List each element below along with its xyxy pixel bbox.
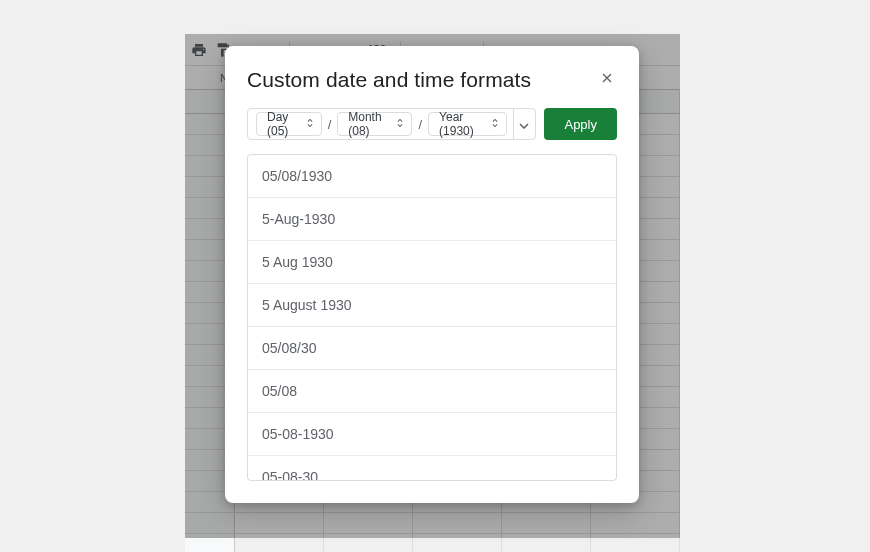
updown-icon bbox=[490, 117, 500, 131]
token-day[interactable]: Day (05) bbox=[256, 112, 322, 136]
format-preset-list[interactable]: 05/08/1930 5-Aug-1930 5 Aug 1930 5 Augus… bbox=[247, 154, 617, 481]
format-preset-item[interactable]: 5 Aug 1930 bbox=[248, 241, 616, 284]
format-preset-item[interactable]: 05/08 bbox=[248, 370, 616, 413]
custom-date-format-dialog: Custom date and time formats Day (05) / … bbox=[225, 46, 639, 503]
token-year-label: Year (1930) bbox=[439, 110, 486, 138]
format-preset-item[interactable]: 5 August 1930 bbox=[248, 284, 616, 327]
format-preset-item[interactable]: 05/08/1930 bbox=[248, 155, 616, 198]
updown-icon bbox=[395, 117, 405, 131]
format-preset-item[interactable]: 05/08/30 bbox=[248, 327, 616, 370]
spreadsheet-app: 100% ▾ $ % 0 .00 123▾ Default (Ar ▾ 10 ▾… bbox=[185, 34, 680, 538]
dialog-title: Custom date and time formats bbox=[247, 68, 531, 92]
format-preset-item[interactable]: 5-Aug-1930 bbox=[248, 198, 616, 241]
token-month[interactable]: Month (08) bbox=[337, 112, 412, 136]
token-year[interactable]: Year (1930) bbox=[428, 112, 507, 136]
chevron-down-icon bbox=[519, 115, 529, 133]
token-month-label: Month (08) bbox=[348, 110, 391, 138]
token-separator-2: / bbox=[418, 117, 422, 132]
token-separator-1: / bbox=[328, 117, 332, 132]
updown-icon bbox=[305, 117, 315, 131]
format-builder-row: Day (05) / Month (08) / Year (1930) Appl… bbox=[225, 108, 639, 154]
close-icon bbox=[599, 70, 615, 90]
format-preset-item[interactable]: 05-08-1930 bbox=[248, 413, 616, 456]
token-day-label: Day (05) bbox=[267, 110, 301, 138]
close-button[interactable] bbox=[597, 70, 617, 90]
format-token-input[interactable]: Day (05) / Month (08) / Year (1930) bbox=[247, 108, 536, 140]
add-token-dropdown[interactable] bbox=[513, 109, 534, 139]
apply-button[interactable]: Apply bbox=[544, 108, 617, 140]
format-preset-item[interactable]: 05-08-30 bbox=[248, 456, 616, 481]
